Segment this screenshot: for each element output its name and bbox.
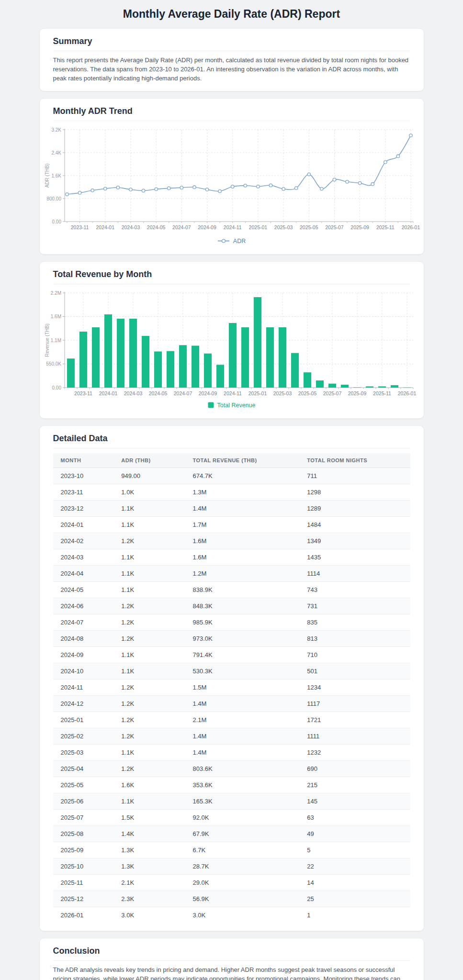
table-cell: 674.7K	[185, 468, 300, 484]
table-row: 2024-121.2K1.4M1117	[53, 695, 410, 712]
table-cell: 1.1K	[113, 744, 185, 760]
table-cell: 1.6K	[113, 777, 185, 793]
table-cell: 1111	[299, 728, 410, 744]
table-cell: 1.2K	[113, 614, 185, 630]
revenue-bar	[104, 314, 112, 388]
table-cell: 791.4K	[185, 646, 300, 663]
svg-text:2025-05: 2025-05	[298, 390, 316, 396]
svg-text:2025-01: 2025-01	[248, 390, 267, 396]
adr-point	[90, 189, 93, 191]
svg-text:2024-11: 2024-11	[223, 224, 241, 230]
adr-line	[67, 135, 411, 194]
table-column-header: TOTAL REVENUE (THB)	[185, 453, 300, 468]
svg-text:2025-07: 2025-07	[325, 224, 344, 230]
summary-card: Summary This report presents the Average…	[39, 28, 424, 91]
adr-point	[103, 187, 106, 190]
table-cell: 1.2M	[185, 565, 300, 581]
table-cell: 5	[299, 842, 410, 858]
adr-point	[142, 189, 145, 192]
table-cell: 2024-07	[53, 614, 114, 630]
svg-text:2024-01: 2024-01	[96, 224, 114, 230]
conclusion-text: The ADR analysis reveals key trends in p…	[53, 966, 410, 980]
table-cell: 165.3K	[185, 793, 300, 809]
table-cell: 1.1K	[113, 565, 185, 581]
adr-point	[205, 188, 208, 190]
adr-point	[345, 180, 348, 183]
detailed-data-card: Detailed Data MONTHADR (THB)TOTAL REVENU…	[39, 425, 424, 932]
revenue-bar	[253, 297, 261, 388]
table-cell: 2024-08	[53, 630, 114, 646]
revenue-bar	[378, 386, 385, 388]
table-row: 2026-013.0K3.0K1	[53, 907, 410, 923]
table-row: 2025-041.2K803.6K690	[53, 760, 410, 777]
table-cell: 1484	[299, 516, 410, 533]
adr-point	[294, 186, 297, 189]
svg-text:2025-03: 2025-03	[274, 224, 293, 230]
svg-text:2.2M: 2.2M	[50, 290, 61, 295]
table-row: 2025-051.6K353.6K215	[53, 777, 410, 793]
svg-text:2025-01: 2025-01	[248, 224, 267, 230]
adr-point	[384, 160, 386, 163]
table-cell: 2024-03	[53, 549, 114, 565]
table-row: 2024-051.1K838.9K743	[53, 581, 410, 598]
table-column-header: TOTAL ROOM NIGHTS	[299, 453, 410, 468]
table-row: 2024-081.2K973.0K813	[53, 630, 410, 646]
svg-text:2024-09: 2024-09	[198, 390, 217, 396]
table-cell: 1	[299, 907, 410, 923]
page-title: Monthly Average Daily Rate (ADR) Report	[0, 8, 463, 21]
table-row: 2025-091.3K6.7K5	[53, 842, 410, 858]
table-cell: 1.6M	[185, 533, 300, 549]
revenue-bar	[129, 319, 136, 388]
adr-trend-card: Monthly ADR Trend 0.00800.001.6K2.4K3.2K…	[39, 98, 424, 255]
table-cell: 1.1K	[113, 581, 185, 598]
table-cell: 803.6K	[185, 760, 300, 777]
table-cell: 2023-10	[53, 468, 114, 484]
table-cell: 1298	[299, 484, 410, 500]
table-cell: 2024-06	[53, 598, 114, 614]
table-row: 2025-071.5K92.0K63	[53, 809, 410, 825]
table-cell: 1.1K	[113, 516, 185, 533]
svg-text:2025-09: 2025-09	[350, 224, 369, 230]
revenue-bar	[228, 323, 236, 388]
table-row: 2025-112.1K29.0K14	[53, 874, 410, 891]
table-cell: 1.7M	[185, 516, 300, 533]
adr-point	[154, 188, 157, 190]
table-cell: 1.0K	[113, 484, 185, 500]
table-row: 2023-111.0K1.3M1298	[53, 484, 410, 500]
table-cell: 1.2K	[113, 598, 185, 614]
svg-text:2024-07: 2024-07	[172, 224, 191, 230]
table-cell: 973.0K	[185, 630, 300, 646]
adr-point	[307, 173, 310, 176]
table-row: 2024-111.2K1.5M1234	[53, 679, 410, 695]
table-row: 2024-101.1K530.3K501	[53, 663, 410, 679]
table-row: 2024-021.2K1.6M1349	[53, 533, 410, 549]
adr-point	[396, 155, 399, 157]
table-row: 2023-121.1K1.4M1289	[53, 500, 410, 516]
table-cell: 731	[299, 598, 410, 614]
revenue-bar	[390, 385, 398, 387]
revenue-bar	[67, 358, 74, 388]
adr-point	[282, 187, 284, 190]
table-row: 2025-101.3K28.7K22	[53, 858, 410, 874]
table-cell: 530.3K	[185, 663, 300, 679]
adr-point	[78, 191, 81, 194]
table-cell: 1.4M	[185, 500, 300, 516]
detailed-data-heading: Detailed Data	[53, 434, 410, 448]
conclusion-card: Conclusion The ADR analysis reveals key …	[39, 938, 424, 980]
table-cell: 28.7K	[185, 858, 300, 874]
adr-point	[218, 189, 221, 192]
summary-text: This report presents the Average Daily R…	[53, 56, 410, 83]
revenue-bars	[67, 297, 410, 388]
svg-text:2024-09: 2024-09	[198, 224, 216, 230]
svg-text:2025-07: 2025-07	[323, 390, 341, 396]
conclusion-heading: Conclusion	[53, 946, 410, 961]
revenue-bar	[203, 353, 211, 387]
revenue-bar	[340, 384, 348, 387]
revenue-bar	[91, 327, 99, 388]
revenue-bar	[353, 387, 361, 388]
svg-text:2023-11: 2023-11	[70, 224, 89, 230]
revenue-bar	[116, 319, 124, 388]
svg-text:2026-01: 2026-01	[397, 390, 416, 396]
table-row: 2025-081.4K67.9K49	[53, 825, 410, 842]
revenue-bar	[266, 327, 273, 388]
